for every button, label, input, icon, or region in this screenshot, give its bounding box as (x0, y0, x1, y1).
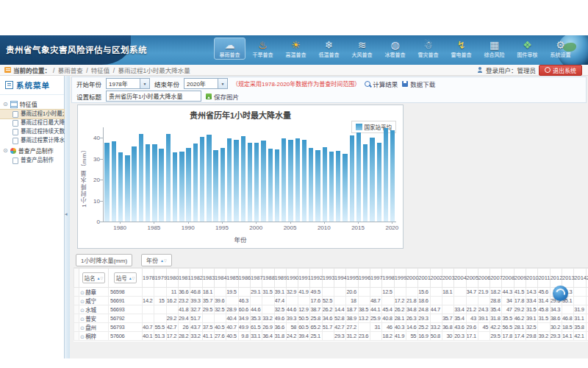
station-name-sort[interactable]: 站名▲▽ (82, 272, 106, 283)
value-cell: 41.8 (179, 305, 190, 314)
station-name-cell[interactable]: ⊙ 威宁 (79, 297, 109, 305)
station-name-cell[interactable]: ⊙ 水城 (79, 305, 109, 314)
toolbar-item-drought[interactable]: ♨干旱普查 (247, 38, 279, 60)
table-row: ⊙ 赫章565981136.646.818.119.529.131.539.13… (74, 288, 588, 297)
station-id-sort[interactable]: 站号▲▽ (114, 272, 137, 283)
logout-button[interactable]: 退出系统 (539, 65, 582, 76)
bar-2019 (384, 128, 388, 222)
toolbar-item-wind[interactable]: ≋大风普查 (346, 38, 378, 60)
bar-1992 (200, 137, 204, 222)
value-cell: 40.4 (226, 314, 238, 323)
value-cell: 31.2 (346, 332, 358, 341)
value-cell: 32.5 (214, 305, 226, 314)
document-icon (12, 129, 18, 135)
sidebar-item[interactable]: 普查产品制作 (0, 156, 64, 165)
year-column-header: 1981 (179, 269, 190, 288)
value-cell: 18.1 (202, 288, 214, 297)
sidebar-group-1[interactable]: ⊙普查产品制作 (0, 145, 64, 156)
toolbar-item-settings[interactable]: ⚙系统设置 (545, 38, 576, 60)
value-cell: 26.2 (322, 305, 334, 314)
value-cell: 31 (370, 323, 382, 332)
value-cell (358, 288, 370, 297)
value-cell: 28.2 (179, 332, 190, 341)
value-cell (250, 297, 262, 305)
toolbar-item-heat[interactable]: ☀高温普查 (280, 38, 312, 60)
row-expand-icon[interactable]: ⊙ (80, 334, 85, 339)
sidebar-item[interactable]: 暴雨过程累计降水量 (0, 136, 64, 145)
value-cell: 13.2 (358, 314, 370, 323)
toolbar-item-cold[interactable]: ❄低温普查 (313, 38, 345, 60)
year-column-header: 1986 (238, 269, 250, 288)
row-gutter-cell (74, 332, 79, 341)
value-cell: 14.2 (143, 297, 154, 305)
value-cell: 29.6 (466, 323, 478, 332)
floating-widget-icon[interactable] (553, 286, 568, 301)
breadcrumb-item[interactable]: 特征值 (91, 67, 110, 74)
toolbar-item-snow[interactable]: ☃雪灾普查 (412, 38, 444, 60)
bar-2017 (370, 138, 374, 222)
value-cell (454, 297, 466, 305)
chart-title-input[interactable] (106, 91, 201, 102)
toolbar-item-map[interactable]: ❖图件审核 (512, 38, 543, 60)
sidebar-item[interactable]: 暴雨过程日最大降水量 (0, 118, 64, 127)
value-cell (214, 288, 226, 297)
breadcrumb-prefix: 当前的位置： (13, 66, 51, 74)
toolbar-item-rainstorm[interactable]: ☁暴雨普查 (214, 38, 245, 60)
y-tick-label: 10 (81, 198, 100, 205)
breadcrumb-item[interactable]: 暴雨普查 (58, 67, 83, 74)
sidebar-group-label: 特征值 (20, 100, 37, 108)
table-year-sort-chip[interactable]: 年份 ▲▽ (141, 254, 172, 266)
calc-result-button[interactable]: 计算结果 (365, 79, 398, 88)
table-row: ⊙ 普安5679229.229.451.740.434.935.333.249.… (74, 314, 588, 323)
value-cell: 9.8 (238, 332, 250, 341)
save-image-button[interactable]: 保存图片 (206, 92, 239, 101)
year-column-header: 1992 (310, 269, 322, 288)
row-expand-icon[interactable]: ⊙ (80, 299, 85, 304)
magnifier-icon (365, 81, 370, 87)
value-cell: 17.8 (514, 297, 526, 305)
lightning-icon: ↯ (446, 39, 476, 52)
station-name-cell[interactable]: ⊙ 桐梓 (79, 332, 109, 341)
station-name-cell[interactable]: ⊙ 普安 (79, 314, 109, 323)
value-cell: 18.7 (346, 305, 358, 314)
value-cell: 30.2 (550, 323, 562, 332)
value-cell (322, 332, 334, 341)
start-year-select[interactable]: 1978年 ▼ (106, 78, 150, 89)
bar-2004 (282, 138, 286, 222)
toolbar-item-risk[interactable]: ▦综合风险 (478, 38, 510, 60)
toolbar-item-lightning[interactable]: ↯雷电普查 (445, 38, 477, 60)
value-cell (322, 288, 334, 297)
data-download-button[interactable]: 数据下载 (402, 79, 435, 88)
row-expand-icon[interactable]: ⊙ (80, 316, 85, 322)
sidebar-group-0[interactable]: ⊙特征值 (0, 99, 64, 110)
station-name-cell[interactable]: ⊙ 盘州 (79, 323, 109, 332)
menu-icon (5, 81, 13, 89)
end-year-select[interactable]: 2020年 ▼ (184, 78, 228, 89)
toolbar-item-label: 干旱普查 (248, 52, 278, 58)
value-cell: 42.7 (166, 323, 178, 332)
value-cell: 51.7 (322, 323, 334, 332)
value-cell: 34.9 (238, 314, 250, 323)
year-column-header: 2000 (406, 269, 417, 288)
value-cell (430, 297, 442, 305)
row-expand-icon[interactable]: ⊙ (80, 290, 85, 295)
row-expand-icon[interactable]: ⊙ (80, 308, 85, 313)
toolbar-item-hail[interactable]: ◍冰雹普查 (379, 38, 411, 60)
value-cell: 52.5 (322, 297, 334, 305)
toolbar-item-label: 雷电普查 (446, 52, 476, 58)
sidebar-item[interactable]: 暴雨过程持续天数 (0, 127, 64, 136)
value-cell: 55 (406, 332, 417, 341)
sidebar-item[interactable]: 暴雨过程1小时最大降水量 (0, 110, 64, 118)
value-cell (370, 288, 382, 297)
value-cell (334, 288, 346, 297)
data-table: 站名▲▽站号▲▽19781979198019811982198319841985… (74, 268, 588, 341)
breadcrumb-item[interactable]: 暴雨过程1小时最大降水量 (118, 67, 190, 74)
value-cell: 49.5 (310, 288, 322, 297)
value-cell: 31.5 (262, 288, 274, 297)
app-title: 贵州省气象灾害风险评估与区划系统 (0, 35, 131, 65)
toolbar-item-label: 高温普查 (281, 52, 311, 58)
value-cell (286, 297, 298, 305)
row-expand-icon[interactable]: ⊙ (80, 325, 85, 330)
value-cell: 35.7 (202, 297, 214, 305)
station-name-cell[interactable]: ⊙ 赫章 (79, 288, 109, 297)
